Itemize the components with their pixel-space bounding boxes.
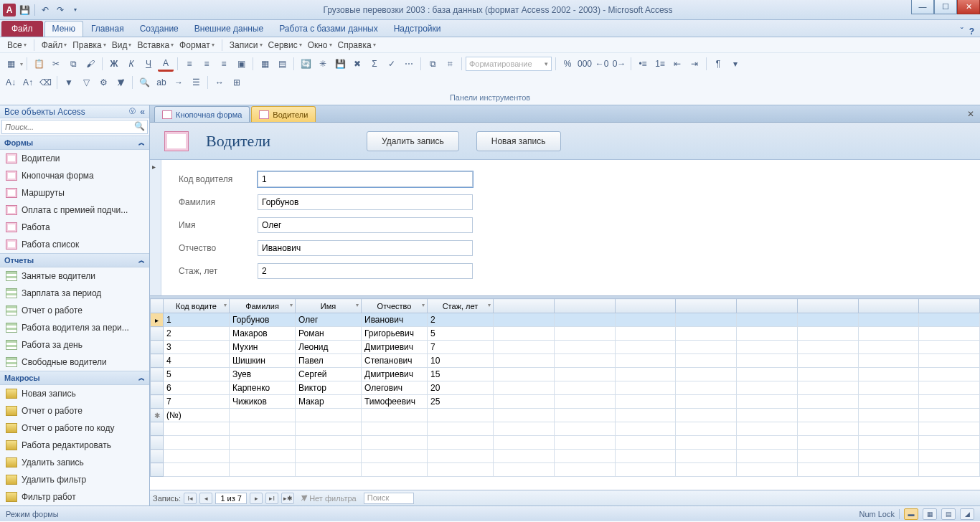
blank-cell[interactable] bbox=[858, 381, 919, 395]
blank-cell[interactable] bbox=[797, 463, 858, 477]
format-painter-icon[interactable]: 🖌 bbox=[83, 56, 98, 72]
cell[interactable]: Иванович bbox=[362, 313, 428, 327]
legacy-menu-item[interactable]: Записи ▾ bbox=[227, 39, 265, 52]
ribbon-tab[interactable]: Создание bbox=[132, 21, 187, 37]
blank-cell[interactable] bbox=[919, 354, 980, 368]
blank-cell[interactable] bbox=[494, 422, 555, 436]
nav-item[interactable]: Свободные водители bbox=[0, 353, 149, 371]
cell[interactable]: Дмитриевич bbox=[362, 368, 428, 381]
blank-cell[interactable] bbox=[858, 313, 919, 327]
file-tab[interactable]: Файл bbox=[1, 21, 43, 37]
blank-cell[interactable] bbox=[858, 327, 919, 341]
blank-cell[interactable] bbox=[230, 450, 296, 463]
blank-cell[interactable] bbox=[494, 341, 555, 354]
replace-icon[interactable]: ab bbox=[154, 75, 169, 90]
underline-icon[interactable]: Ч bbox=[141, 56, 156, 72]
nav-item[interactable]: Отчет о работе bbox=[0, 302, 149, 319]
cell[interactable]: Шишкин bbox=[230, 354, 296, 368]
blank-cell[interactable] bbox=[554, 450, 615, 463]
nav-item[interactable]: Работа редактировать bbox=[0, 437, 149, 454]
save-icon[interactable]: 💾 bbox=[18, 4, 31, 16]
blank-cell[interactable] bbox=[615, 313, 676, 327]
nav-item[interactable]: Оплата с премией подчи... bbox=[0, 201, 149, 219]
cell[interactable]: 7 bbox=[164, 395, 230, 409]
blank-cell[interactable] bbox=[858, 368, 919, 381]
blank-cell[interactable] bbox=[615, 327, 676, 341]
ribbon-tab[interactable]: Главная bbox=[83, 21, 132, 37]
new-record-icon[interactable]: ✳ bbox=[315, 56, 331, 72]
thousands-icon[interactable]: 000 bbox=[577, 56, 593, 72]
column-header[interactable]: Код водите▾ bbox=[164, 299, 230, 313]
blank-cell[interactable] bbox=[737, 409, 798, 422]
blank-cell[interactable] bbox=[296, 409, 362, 422]
blank-cell[interactable] bbox=[494, 368, 555, 381]
blank-cell[interactable] bbox=[164, 436, 230, 450]
blank-cell[interactable] bbox=[615, 341, 676, 354]
font-color-icon[interactable]: A bbox=[158, 56, 174, 72]
formatting-combo[interactable]: Форматирование bbox=[466, 57, 552, 71]
row-selector[interactable] bbox=[151, 368, 164, 381]
blank-cell[interactable] bbox=[428, 422, 494, 436]
blank-cell[interactable] bbox=[858, 354, 919, 368]
filter-icon[interactable]: ▼ bbox=[61, 75, 77, 90]
totals-icon[interactable]: Σ bbox=[367, 56, 382, 72]
design-view-button[interactable]: ◢ bbox=[960, 508, 974, 520]
blank-cell[interactable] bbox=[676, 313, 737, 327]
blank-cell[interactable] bbox=[737, 463, 798, 477]
spelling-icon[interactable]: ✓ bbox=[384, 56, 400, 72]
help-icon[interactable]: ? bbox=[969, 27, 974, 37]
cell[interactable]: Григорьевич bbox=[362, 327, 428, 341]
percent-icon[interactable]: % bbox=[560, 56, 575, 72]
blank-cell[interactable] bbox=[362, 422, 428, 436]
fill-color-icon[interactable]: ▣ bbox=[233, 56, 249, 72]
field-input[interactable] bbox=[258, 240, 473, 256]
column-header[interactable]: Фамилия▾ bbox=[230, 299, 296, 313]
blank-cell[interactable] bbox=[554, 422, 615, 436]
nav-collapse-icon[interactable]: « bbox=[140, 107, 145, 117]
nav-item[interactable]: Удалить запись bbox=[0, 454, 149, 471]
legacy-menu-item[interactable]: Вид ▾ bbox=[109, 39, 135, 52]
blank-cell[interactable] bbox=[615, 381, 676, 395]
prev-record-button[interactable]: ◂ bbox=[199, 493, 212, 504]
blank-cell[interactable] bbox=[494, 381, 555, 395]
paste-icon[interactable]: 📋 bbox=[31, 56, 47, 72]
new-row-selector[interactable] bbox=[151, 409, 164, 422]
align-center-icon[interactable]: ≡ bbox=[199, 56, 215, 72]
blank-cell[interactable] bbox=[797, 341, 858, 354]
blank-cell[interactable] bbox=[797, 368, 858, 381]
blank-cell[interactable] bbox=[737, 422, 798, 436]
blank-cell[interactable] bbox=[296, 436, 362, 450]
legacy-menu-item[interactable]: Правка ▾ bbox=[70, 39, 109, 52]
switch-win-icon[interactable]: ⊞ bbox=[229, 75, 245, 90]
blank-cell[interactable] bbox=[919, 422, 980, 436]
cell[interactable]: Олегович bbox=[362, 381, 428, 395]
blank-cell[interactable] bbox=[615, 463, 676, 477]
gridlines-icon[interactable]: ▦ bbox=[257, 56, 273, 72]
more2-icon[interactable]: ▾ bbox=[727, 56, 743, 72]
blank-cell[interactable] bbox=[230, 463, 296, 477]
minimize-button[interactable]: — bbox=[911, 0, 934, 14]
blank-cell[interactable] bbox=[615, 450, 676, 463]
blank-cell[interactable] bbox=[737, 313, 798, 327]
cell[interactable]: Зуев bbox=[230, 368, 296, 381]
blank-cell[interactable] bbox=[230, 409, 296, 422]
blank-cell[interactable] bbox=[554, 381, 615, 395]
legacy-menu-item[interactable]: Вставка ▾ bbox=[134, 39, 176, 52]
blank-cell[interactable] bbox=[919, 436, 980, 450]
blank-cell[interactable] bbox=[858, 422, 919, 436]
alt-fill-icon[interactable]: ▤ bbox=[274, 56, 290, 72]
blank-cell[interactable] bbox=[858, 463, 919, 477]
blank-cell[interactable] bbox=[737, 395, 798, 409]
cell[interactable]: 7 bbox=[428, 341, 494, 354]
cell[interactable]: Павел bbox=[296, 354, 362, 368]
cell[interactable]: Олег bbox=[296, 313, 362, 327]
field-input[interactable] bbox=[258, 263, 473, 279]
legacy-menu-item[interactable]: Сервис ▾ bbox=[265, 39, 305, 52]
cell[interactable]: Роман bbox=[296, 327, 362, 341]
first-record-button[interactable]: I◂ bbox=[184, 493, 197, 504]
nav-item[interactable]: Зарплата за период bbox=[0, 285, 149, 302]
blank-cell[interactable] bbox=[676, 341, 737, 354]
nav-header[interactable]: Все объекты Access ⓥ « bbox=[0, 105, 149, 118]
nav-item[interactable]: Отчет о работе по коду bbox=[0, 419, 149, 437]
blank-cell[interactable] bbox=[797, 313, 858, 327]
